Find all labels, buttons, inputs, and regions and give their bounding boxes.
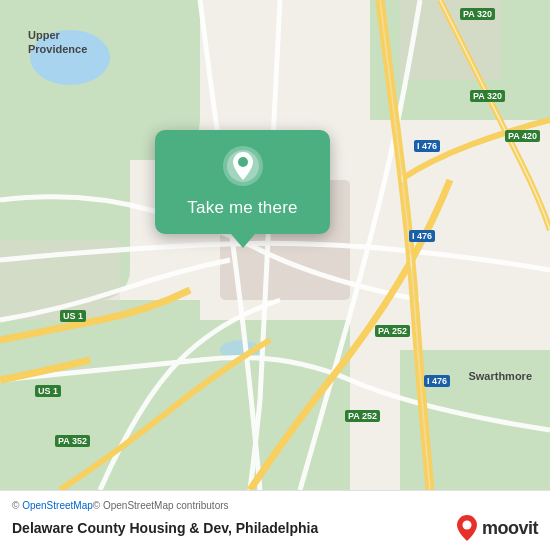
popup-card: Take me there [155,130,330,234]
highway-label-i476-bottom: I 476 [424,375,450,387]
highway-label-pa252-bottom: PA 252 [345,410,380,422]
highway-label-pa320-mid: PA 320 [470,90,505,102]
highway-label-i476-mid: I 476 [409,230,435,242]
highway-label-pa352: PA 352 [55,435,90,447]
take-me-there-button[interactable]: Take me there [187,198,297,218]
map-container: PA 320 PA 320 PA 420 I 476 I 476 I 476 U… [0,0,550,490]
place-swarthmore: Swarthmore [468,370,532,382]
highway-label-pa320-top: PA 320 [460,8,495,20]
openstreetmap-link[interactable]: OpenStreetMap [22,500,93,511]
attribution: © OpenStreetMap© OpenStreetMap contribut… [12,500,538,511]
map-background: PA 320 PA 320 PA 420 I 476 I 476 I 476 U… [0,0,550,490]
highway-label-pa420: PA 420 [505,130,540,142]
highway-label-i476-right: I 476 [414,140,440,152]
moovit-brand-text: moovit [482,518,538,539]
highway-label-us1-top: US 1 [60,310,86,322]
attribution-copyright: © [12,500,22,511]
highway-label-us1-bottom: US 1 [35,385,61,397]
highway-label-pa252-right: PA 252 [375,325,410,337]
attribution-contributors: © OpenStreetMap contributors [93,500,229,511]
svg-point-2 [238,157,248,167]
location-name: Delaware County Housing & Dev, Philadelp… [12,520,318,536]
location-title-bar: Delaware County Housing & Dev, Philadelp… [12,515,538,541]
moovit-pin-icon [456,515,478,541]
bottom-bar: © OpenStreetMap© OpenStreetMap contribut… [0,490,550,550]
location-pin-icon [221,144,265,188]
svg-point-3 [462,521,471,530]
road-svg [0,0,550,490]
moovit-logo: moovit [456,515,538,541]
place-upper-providence: UpperProvidence [28,28,87,57]
